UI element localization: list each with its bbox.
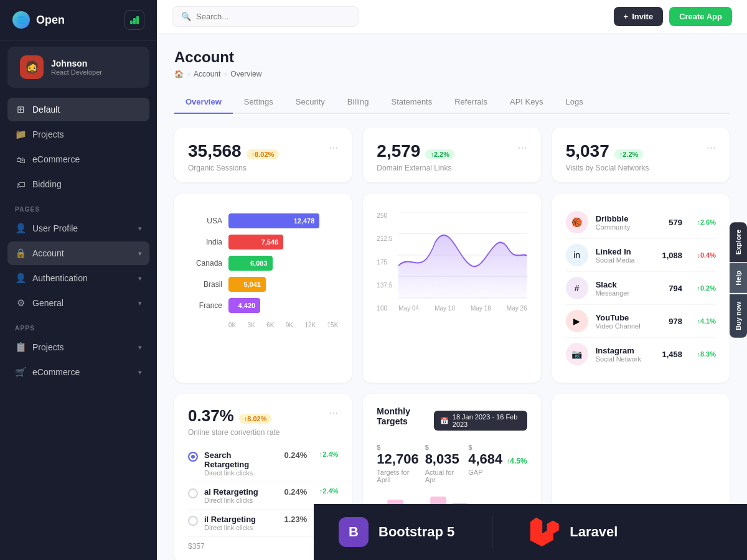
chevron-down-icon: ▾ bbox=[138, 299, 142, 307]
lock-icon: 🔒 bbox=[15, 248, 26, 259]
app-name: Open bbox=[36, 14, 65, 27]
sidebar-item-label: Account bbox=[32, 248, 64, 258]
date-range-badge: 📅 18 Jan 2023 - 16 Feb 2023 bbox=[434, 411, 527, 431]
svg-rect-0 bbox=[130, 21, 133, 24]
radio-al[interactable] bbox=[188, 488, 198, 498]
search-icon: 🔍 bbox=[181, 12, 191, 21]
plus-icon: + bbox=[624, 12, 629, 21]
social-networks-card: 🏀 Dribbble Community 579 ↑2.6% in Linked… bbox=[552, 194, 730, 383]
stat-badge: ↑8.02% bbox=[247, 149, 280, 159]
tab-logs[interactable]: Logs bbox=[554, 91, 594, 114]
search-box[interactable]: 🔍 bbox=[172, 6, 359, 27]
chevron-down-icon: ▾ bbox=[138, 274, 142, 282]
bootstrap-label: Bootstrap 5 bbox=[378, 524, 454, 540]
conversion-badge: ↑8.02% bbox=[239, 414, 272, 424]
social-item-dribbble: 🏀 Dribbble Community 579 ↑2.6% bbox=[566, 206, 716, 239]
clipboard-icon: 📋 bbox=[15, 342, 26, 353]
sidebar-item-general[interactable]: ⚙ General ▾ bbox=[7, 291, 149, 315]
user-name: Johnson bbox=[51, 58, 102, 68]
stat-value: 5,037 bbox=[566, 141, 609, 161]
user-role: React Developer bbox=[51, 68, 102, 76]
explore-button[interactable]: Explore bbox=[730, 222, 747, 262]
tab-referrals[interactable]: Referrals bbox=[443, 91, 499, 114]
pages-section-label: PAGES bbox=[7, 198, 149, 217]
stat-value: 2,579 bbox=[377, 141, 420, 161]
tab-overview[interactable]: Overview bbox=[174, 91, 233, 114]
sidebar-item-label: General bbox=[32, 298, 63, 308]
folder-icon: 📁 bbox=[15, 129, 26, 140]
targets-title: Monthly Targets bbox=[377, 406, 433, 426]
page-title: Account bbox=[174, 49, 234, 66]
bar-chart: USA 12,478 India 7,546 Canada bbox=[188, 213, 338, 329]
stat-organic-sessions: 35,568 ↑8.02% Organic Sessions ··· bbox=[174, 128, 352, 182]
bar-row-usa: USA 12,478 bbox=[188, 213, 338, 228]
app-logo: 🌐 Open bbox=[12, 11, 65, 29]
svg-rect-1 bbox=[133, 18, 136, 24]
buy-now-button[interactable]: Buy now bbox=[730, 294, 747, 338]
sidebar-item-authentication[interactable]: 👤 Authentication ▾ bbox=[7, 266, 149, 290]
stat-badge: ↑2.2% bbox=[425, 149, 454, 159]
chevron-down-icon: ▾ bbox=[138, 343, 142, 352]
cart-icon: 🛒 bbox=[15, 366, 26, 378]
tab-statements[interactable]: Statements bbox=[380, 91, 443, 114]
more-options-icon[interactable]: ··· bbox=[329, 141, 338, 154]
stat-label: Visits by Social Networks bbox=[566, 164, 707, 172]
line-x-labels: May 04 May 10 May 18 May 26 bbox=[398, 305, 527, 312]
invite-button[interactable]: + Invite bbox=[614, 7, 664, 26]
side-buttons: Explore Help Buy now bbox=[730, 222, 747, 338]
stats-grid: 35,568 ↑8.02% Organic Sessions ··· 2,579… bbox=[174, 128, 730, 182]
bar-row-france: France 4,420 bbox=[188, 298, 338, 313]
svg-rect-2 bbox=[136, 16, 139, 24]
chevron-down-icon: ▾ bbox=[138, 368, 142, 376]
auth-icon: 👤 bbox=[15, 273, 26, 284]
stat-label: Domain External Links bbox=[377, 164, 517, 172]
tab-security[interactable]: Security bbox=[284, 91, 336, 114]
targets-values: $ 12,706 Targets for April $ 8,035 Actua… bbox=[377, 444, 527, 483]
tabs: Overview Settings Security Billing State… bbox=[174, 91, 730, 114]
bar-x-labels: 0K 3K 6K 9K 12K 15K bbox=[188, 319, 338, 329]
line-y-labels: 250 212.5 175 137.5 100 bbox=[377, 212, 392, 312]
conversion-label: Online store convertion rate bbox=[188, 428, 329, 437]
bar-chart-card: USA 12,478 India 7,546 Canada bbox=[174, 194, 352, 383]
gear-icon: ⚙ bbox=[15, 297, 26, 309]
more-options-icon[interactable]: ··· bbox=[329, 406, 338, 419]
instagram-icon: 📷 bbox=[566, 343, 588, 365]
radio-il[interactable] bbox=[188, 516, 198, 526]
sidebar-item-projects-app[interactable]: 📋 Projects ▾ bbox=[7, 335, 149, 359]
breadcrumb-account: Account bbox=[194, 70, 220, 78]
sidebar-item-account[interactable]: 🔒 Account ▾ bbox=[7, 241, 149, 265]
bar-row-brasil: Brasil 5,041 bbox=[188, 277, 338, 292]
stat-value: 35,568 bbox=[188, 141, 242, 161]
tag-icon: 🏷 bbox=[15, 179, 26, 190]
sidebar-item-user-profile[interactable]: 👤 User Profile ▾ bbox=[7, 217, 149, 240]
sidebar-item-projects[interactable]: 📁 Projects bbox=[7, 123, 149, 146]
actual-april: $ 8,035 Actual for Apr bbox=[425, 444, 463, 483]
sidebar-item-bidding[interactable]: 🏷 Bidding bbox=[7, 172, 149, 196]
sidebar-item-label: Projects bbox=[32, 342, 64, 352]
sidebar-item-ecommerce[interactable]: 🛍 eCommerce bbox=[7, 147, 149, 171]
chevron-down-icon: ▾ bbox=[138, 225, 142, 233]
create-app-button[interactable]: Create App bbox=[669, 7, 732, 26]
sidebar-item-label: Authentication bbox=[32, 273, 88, 283]
user-profile-card[interactable]: 🧔 Johnson React Developer bbox=[7, 47, 149, 88]
help-button[interactable]: Help bbox=[730, 263, 747, 293]
sidebar-navigation: ⊞ Default 📁 Projects 🛍 eCommerce 🏷 Biddi… bbox=[0, 94, 157, 560]
search-input[interactable] bbox=[196, 12, 349, 21]
sidebar-item-label: Projects bbox=[32, 129, 64, 139]
sidebar-item-default[interactable]: ⊞ Default bbox=[7, 98, 149, 121]
more-options-icon[interactable]: ··· bbox=[518, 141, 527, 154]
sidebar-item-label: eCommerce bbox=[32, 154, 80, 164]
sidebar-item-ecommerce-app[interactable]: 🛒 eCommerce ▾ bbox=[7, 360, 149, 384]
sidebar-item-label: Default bbox=[32, 105, 60, 114]
sidebar: 🌐 Open 🧔 Johnson React Developer ⊞ Defau… bbox=[0, 0, 157, 560]
tab-settings[interactable]: Settings bbox=[233, 91, 284, 114]
shop-icon: 🛍 bbox=[15, 154, 26, 165]
radio-search[interactable] bbox=[188, 452, 198, 462]
sidebar-item-label: Bidding bbox=[32, 179, 62, 189]
tab-billing[interactable]: Billing bbox=[336, 91, 380, 114]
more-options-icon[interactable]: ··· bbox=[707, 141, 716, 154]
tab-api-keys[interactable]: API Keys bbox=[499, 91, 554, 114]
topbar-actions: + Invite Create App bbox=[614, 7, 732, 26]
chart-toggle-icon[interactable] bbox=[125, 10, 144, 30]
retargeting-item-search: Search Retargeting Direct link clicks 0.… bbox=[188, 446, 338, 482]
